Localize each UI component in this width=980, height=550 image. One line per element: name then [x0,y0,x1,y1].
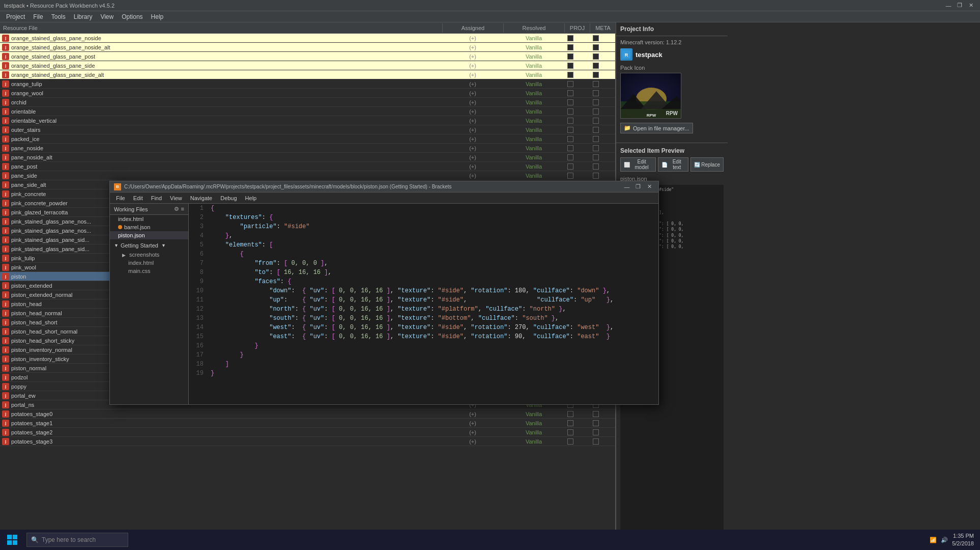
tree-item-barrel-json[interactable]: barrel.json [110,223,188,231]
menu-view[interactable]: View [96,12,118,21]
table-row[interactable]: j potatoes_stage0 (+) Vanilla [0,409,615,419]
proj-checkbox[interactable] [567,154,573,160]
table-row[interactable]: j orange_stained_glass_pane_side_alt (+)… [0,70,615,79]
meta-checkbox[interactable] [593,118,599,124]
table-row[interactable]: j pane_noside_alt (+) Vanilla [0,153,615,162]
proj-checkbox[interactable] [567,136,573,142]
table-row[interactable]: j orange_stained_glass_pane_side (+) Van… [0,61,615,70]
brackets-menu-find[interactable]: Find [147,194,166,202]
proj-checkbox[interactable] [567,145,573,151]
table-row[interactable]: j potatoes_stage1 (+) Vanilla [0,419,615,428]
proj-checkbox[interactable] [567,127,573,133]
proj-checkbox[interactable] [567,63,573,69]
proj-checkbox[interactable] [567,429,573,435]
meta-checkbox[interactable] [593,173,599,179]
brackets-menu-navigate[interactable]: Navigate [186,194,216,202]
table-row[interactable]: j orange_tulip (+) Vanilla [0,79,615,89]
brackets-menu-debug[interactable]: Debug [216,194,241,202]
meta-checkbox[interactable] [593,163,599,170]
tree-subsection-main-css[interactable]: main.css [110,267,188,275]
sidebar-collapse-icon[interactable]: ≡ [181,206,184,212]
replace-button[interactable]: 🔄 Replace [690,157,724,172]
tree-item-index-html[interactable]: index.html [110,215,188,223]
menu-help[interactable]: Help [147,12,168,21]
maximize-button[interactable]: ❐ [955,2,965,10]
open-file-manager-button[interactable]: 📁 Open in file manager... [620,123,693,133]
brackets-maximize[interactable]: ❐ [633,183,643,191]
table-row[interactable]: j packed_ice (+) Vanilla [0,134,615,144]
meta-checkbox[interactable] [593,44,599,50]
file-type-icon: j [2,126,9,133]
table-row[interactable]: j orange_stained_glass_pane_noside_alt (… [0,43,615,52]
proj-checkbox[interactable] [567,173,573,179]
meta-checkbox[interactable] [593,154,599,160]
meta-checkbox[interactable] [593,429,599,435]
edit-model-button[interactable]: ⬜ Edit model [620,157,656,172]
menu-file[interactable]: File [29,12,47,21]
meta-checkbox[interactable] [593,127,599,133]
meta-checkbox[interactable] [593,81,599,87]
table-row[interactable]: j orange_wool (+) Vanilla [0,89,615,98]
proj-checkbox[interactable] [567,420,573,426]
proj-checkbox[interactable] [567,53,573,60]
brackets-close[interactable]: ✕ [644,183,654,191]
table-row[interactable]: j potatoes_stage3 (+) Vanilla [0,437,615,446]
proj-checkbox[interactable] [567,411,573,417]
meta-checkbox[interactable] [593,420,599,426]
meta-checkbox[interactable] [593,35,599,41]
menu-library[interactable]: Library [70,12,97,21]
sidebar-settings-icon[interactable]: ⚙ [174,206,179,212]
proj-checkbox[interactable] [567,99,573,105]
meta-checkbox[interactable] [593,90,599,96]
brackets-menu-file[interactable]: File [112,194,129,202]
meta-checkbox[interactable] [593,108,599,115]
proj-checkbox[interactable] [567,81,573,87]
proj-checkbox[interactable] [567,108,573,115]
table-row[interactable]: j orange_stained_glass_pane_post (+) Van… [0,52,615,61]
meta-checkbox[interactable] [593,438,599,445]
menu-tools[interactable]: Tools [47,12,70,21]
meta-checkbox[interactable] [593,99,599,105]
proj-checkbox[interactable] [567,72,573,78]
meta-checkbox[interactable] [593,53,599,60]
meta-checkbox[interactable] [593,411,599,417]
getting-started-section[interactable]: ▼ Getting Started ▼ [110,239,188,251]
meta-checkbox[interactable] [593,72,599,78]
code-editor[interactable]: 12345678910111213141516171819 { "texture… [189,204,658,404]
tree-subsection-index-html[interactable]: index.html [110,259,188,267]
proj-checkbox[interactable] [567,118,573,124]
meta-checkbox[interactable] [593,145,599,151]
file-type-icon: j [2,346,9,353]
edit-text-button[interactable]: 📄 Edit text [658,157,688,172]
table-row[interactable]: j pane_noside (+) Vanilla [0,144,615,153]
tree-item-piston-json[interactable]: piston.json [110,231,188,239]
table-row[interactable]: j pane_side (+) Vanilla [0,171,615,180]
table-row[interactable]: j orchid (+) Vanilla [0,98,615,107]
proj-checkbox[interactable] [567,438,573,445]
brackets-menu-help[interactable]: Help [241,194,261,202]
file-proj-cell [564,72,590,78]
proj-checkbox[interactable] [567,163,573,170]
start-button[interactable] [0,530,24,550]
proj-checkbox[interactable] [567,35,573,41]
minimize-button[interactable]: — [943,2,954,10]
tree-subsection-screenshots[interactable]: ▶ screenshots [110,251,188,259]
table-row[interactable]: j orientable_vertical (+) Vanilla [0,116,615,125]
table-row[interactable]: j orange_stained_glass_pane_noside (+) V… [0,34,615,43]
table-row[interactable]: j outer_stairs (+) Vanilla [0,125,615,134]
meta-checkbox[interactable] [593,136,599,142]
code-lines[interactable]: { "textures": { "particle": "#side" }, "… [207,204,658,404]
table-row[interactable]: j orientable (+) Vanilla [0,107,615,116]
taskbar-search[interactable]: 🔍 Type here to search [26,533,128,547]
brackets-menu-view[interactable]: View [166,194,186,202]
menu-project[interactable]: Project [2,12,29,21]
table-row[interactable]: j pane_post (+) Vanilla [0,162,615,171]
menu-options[interactable]: Options [118,12,147,21]
proj-checkbox[interactable] [567,90,573,96]
brackets-menu-edit[interactable]: Edit [129,194,147,202]
brackets-minimize[interactable]: — [622,183,632,191]
table-row[interactable]: j potatoes_stage2 (+) Vanilla [0,428,615,437]
close-button[interactable]: ✕ [966,2,976,10]
meta-checkbox[interactable] [593,63,599,69]
proj-checkbox[interactable] [567,44,573,50]
